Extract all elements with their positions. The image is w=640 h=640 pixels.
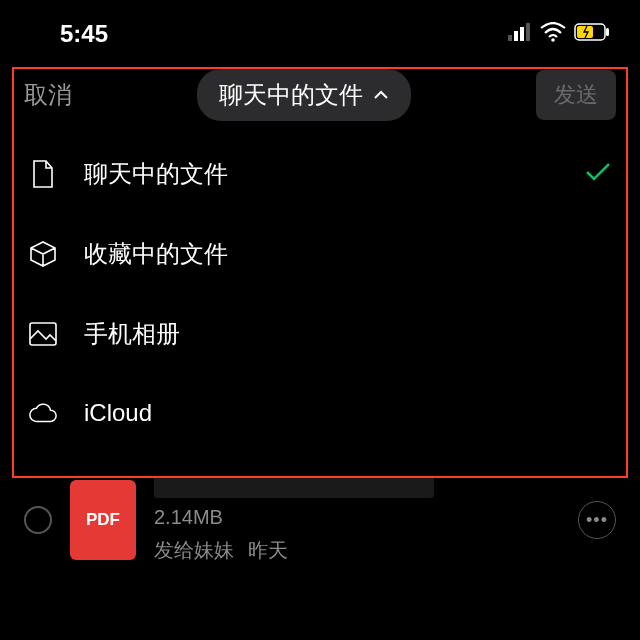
file-icon xyxy=(28,159,58,189)
file-type-badge: PDF xyxy=(70,480,136,560)
file-sent-when: 昨天 xyxy=(248,537,288,564)
file-size: 2.14MB xyxy=(154,506,560,529)
select-radio[interactable] xyxy=(24,506,52,534)
dropdown-item-chat-files[interactable]: 聊天中的文件 xyxy=(0,134,640,214)
photo-icon xyxy=(28,319,58,349)
cloud-icon xyxy=(28,398,58,428)
source-selector-label: 聊天中的文件 xyxy=(219,79,363,111)
battery-icon xyxy=(574,23,610,45)
svg-rect-3 xyxy=(526,23,530,41)
source-dropdown: 聊天中的文件 收藏中的文件 手机相册 iCloud xyxy=(0,130,640,456)
file-list: PDF 2.14MB 发给妹妹 昨天 ••• xyxy=(0,456,640,584)
file-info: 2.14MB 发给妹妹 昨天 xyxy=(154,476,560,564)
dropdown-item-label: 手机相册 xyxy=(84,318,612,350)
cube-icon xyxy=(28,239,58,269)
signal-icon xyxy=(508,23,532,45)
svg-rect-1 xyxy=(514,31,518,41)
dropdown-item-label: 聊天中的文件 xyxy=(84,158,558,190)
dropdown-item-label: iCloud xyxy=(84,399,612,427)
check-icon xyxy=(584,161,612,187)
svg-rect-2 xyxy=(520,27,524,41)
cancel-button[interactable]: 取消 xyxy=(24,79,72,111)
file-name-redacted xyxy=(154,476,434,498)
file-row[interactable]: PDF 2.14MB 发给妹妹 昨天 ••• xyxy=(18,466,622,574)
source-selector[interactable]: 聊天中的文件 xyxy=(197,69,411,121)
svg-point-4 xyxy=(551,38,555,42)
svg-rect-7 xyxy=(606,28,609,36)
svg-rect-0 xyxy=(508,35,512,41)
more-button[interactable]: ••• xyxy=(578,501,616,539)
ellipsis-icon: ••• xyxy=(586,510,608,531)
dropdown-item-photos[interactable]: 手机相册 xyxy=(0,294,640,374)
nav-bar: 取消 聊天中的文件 发送 xyxy=(0,60,640,130)
wifi-icon xyxy=(540,22,566,46)
status-bar: 5:45 xyxy=(0,0,640,60)
file-sent-to: 发给妹妹 xyxy=(154,537,234,564)
status-icons xyxy=(508,22,610,46)
file-meta: 发给妹妹 昨天 xyxy=(154,537,560,564)
dropdown-item-label: 收藏中的文件 xyxy=(84,238,612,270)
send-button[interactable]: 发送 xyxy=(536,70,616,120)
status-time: 5:45 xyxy=(60,20,108,48)
dropdown-item-favorites[interactable]: 收藏中的文件 xyxy=(0,214,640,294)
chevron-up-icon xyxy=(373,86,389,104)
dropdown-item-icloud[interactable]: iCloud xyxy=(0,374,640,452)
